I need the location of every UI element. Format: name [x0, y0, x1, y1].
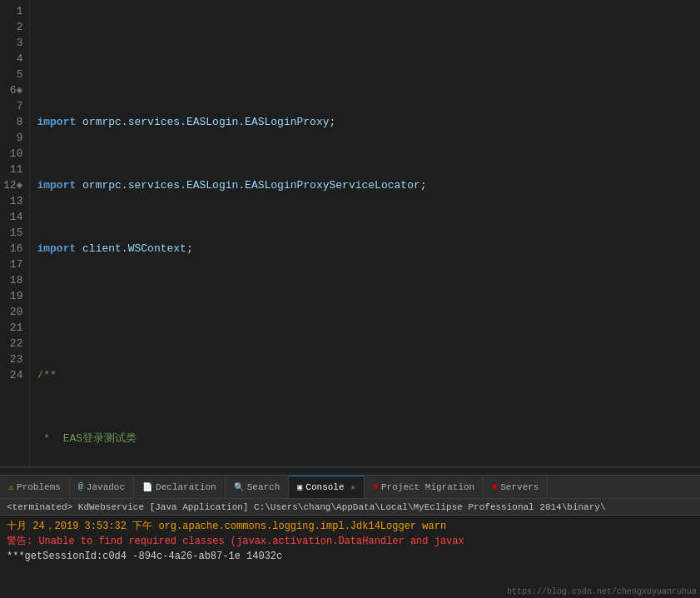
- tab-declaration[interactable]: 📄 Declaration: [134, 476, 226, 499]
- console-content: 十月 24，2019 3:53:32 下午 org.apache.commons…: [0, 516, 700, 567]
- tab-servers[interactable]: ■ Servers: [484, 476, 548, 499]
- code-line-4: import client.WSContext;: [37, 241, 693, 257]
- tab-migration[interactable]: ■ Project Migration: [365, 476, 484, 499]
- horizontal-scrollbar[interactable]: [0, 466, 700, 475]
- tab-problems-label: Problems: [17, 482, 61, 492]
- console-close-icon[interactable]: ✕: [351, 483, 355, 492]
- code-line-1: [37, 51, 693, 67]
- code-line-3: import ormrpc.services.EASLogin.EASLogin…: [37, 177, 693, 193]
- code-line-7: * EAS登录测试类: [37, 431, 693, 446]
- tab-console-label: Console: [305, 482, 344, 492]
- tab-search[interactable]: 🔍 Search: [226, 476, 290, 499]
- tab-problems[interactable]: ⚠ Problems: [0, 476, 70, 499]
- tab-console[interactable]: ▣ Console ✕: [289, 476, 365, 499]
- line-numbers: 1 2 3 4 5 6◈ 7 8 9 10 11 12◈ 13 14 15 16…: [0, 0, 30, 466]
- tab-javadoc-label: Javadoc: [87, 482, 125, 492]
- problems-icon: ⚠: [8, 482, 13, 492]
- console-terminated-text: <terminated> KdWebservice [Java Applicat…: [7, 502, 606, 512]
- tab-migration-label: Project Migration: [381, 482, 474, 492]
- tab-declaration-label: Declaration: [156, 482, 216, 492]
- tab-servers-label: Servers: [500, 482, 539, 492]
- watermark: https://blog.csdn.net/chengxuyuanruhua: [507, 587, 697, 596]
- console-icon: ▣: [297, 482, 302, 492]
- console-line-3: ***getSessionId:c0d4 -894c-4a26-ab87-1e …: [7, 549, 693, 564]
- migration-icon: ■: [373, 482, 378, 491]
- editor-area: 1 2 3 4 5 6◈ 7 8 9 10 11 12◈ 13 14 15 16…: [0, 0, 700, 466]
- console-header: <terminated> KdWebservice [Java Applicat…: [0, 499, 700, 516]
- javadoc-icon: @: [78, 482, 83, 491]
- console-line-1: 十月 24，2019 3:53:32 下午 org.apache.commons…: [7, 519, 693, 534]
- code-line-5: [37, 304, 693, 320]
- search-icon: 🔍: [234, 482, 244, 492]
- console-area: <terminated> KdWebservice [Java Applicat…: [0, 498, 700, 598]
- tab-javadoc[interactable]: @ Javadoc: [70, 476, 134, 499]
- declaration-icon: 📄: [142, 482, 152, 492]
- bottom-tabs: ⚠ Problems @ Javadoc 📄 Declaration 🔍 Sea…: [0, 475, 700, 498]
- tab-search-label: Search: [247, 482, 280, 492]
- code-content[interactable]: import ormrpc.services.EASLogin.EASLogin…: [30, 0, 700, 466]
- servers-icon: ■: [492, 482, 497, 491]
- console-line-2: 警告: Unable to find required classes (jav…: [7, 534, 693, 549]
- code-line-6: /**: [37, 367, 693, 383]
- code-line-2: import ormrpc.services.EASLogin.EASLogin…: [37, 114, 693, 130]
